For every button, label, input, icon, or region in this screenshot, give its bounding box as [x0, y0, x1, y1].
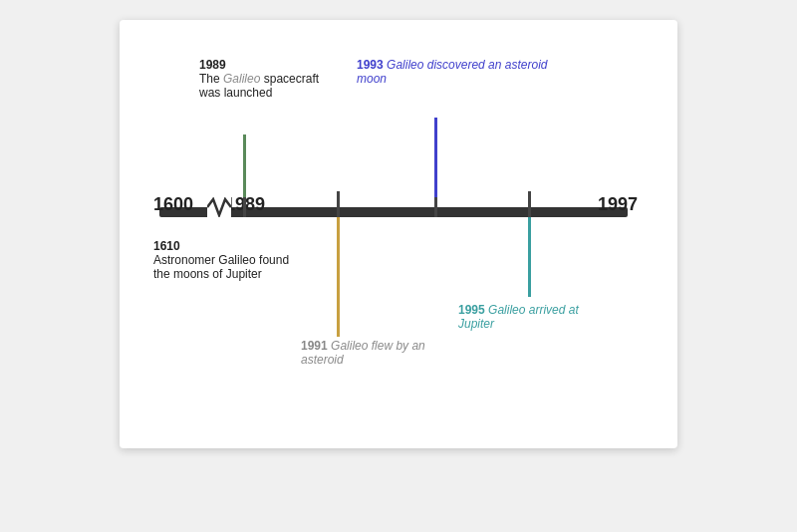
- year-1993: 1993: [357, 58, 384, 72]
- timeline-area: 1989 The Galileo spacecraft was launched…: [139, 40, 658, 418]
- year-1995: 1995: [458, 303, 485, 317]
- timeline-card: 1989 The Galileo spacecraft was launched…: [120, 20, 677, 448]
- tick-1991: [337, 191, 340, 217]
- event-1991: 1991 Galileo flew by an asteroid: [301, 339, 455, 367]
- line-1995: [528, 217, 531, 297]
- line-1989: [243, 134, 246, 197]
- year-label-1600: 1600: [153, 194, 193, 215]
- event-1610-text: Astronomer Galileo found the moons of Ju…: [153, 253, 289, 281]
- year-1610: 1610: [153, 239, 180, 253]
- tick-1995: [528, 191, 531, 217]
- event-1989-text: The Galileo spacecraft was launched: [199, 72, 319, 100]
- year-label-1997: 1997: [598, 194, 638, 215]
- event-1989: 1989 The Galileo spacecraft was launched: [199, 58, 339, 100]
- line-1993: [434, 118, 437, 197]
- year-1989: 1989: [199, 58, 226, 72]
- timeline-break: [207, 197, 231, 217]
- line-1991: [337, 217, 340, 337]
- event-1993: 1993 Galileo discovered an asteroid moon: [357, 58, 556, 86]
- year-1991: 1991: [301, 339, 328, 353]
- event-1610: 1610 Astronomer Galileo found the moons …: [153, 239, 298, 281]
- event-1995: 1995 Galileo arrived at Jupiter: [458, 303, 603, 331]
- event-1993-text: Galileo discovered an asteroid moon: [357, 58, 547, 86]
